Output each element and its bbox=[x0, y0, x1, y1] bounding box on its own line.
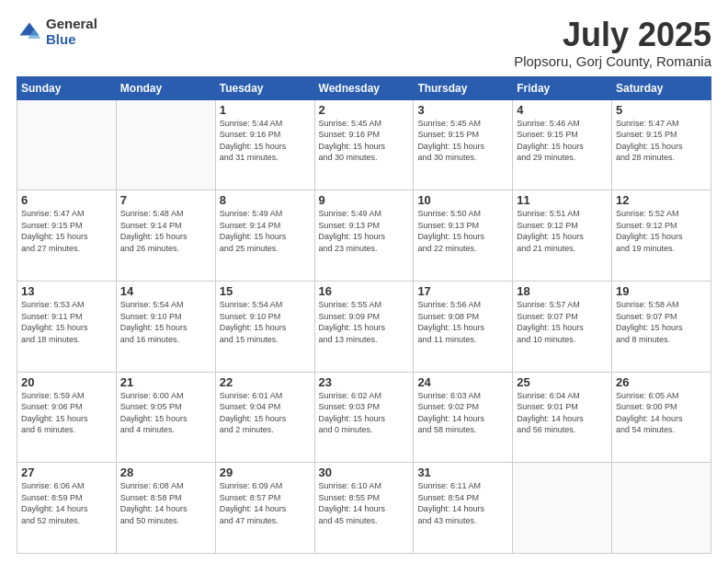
header-row: Sunday Monday Tuesday Wednesday Thursday… bbox=[17, 76, 711, 99]
day-info: Sunrise: 5:54 AM Sunset: 9:10 PM Dayligh… bbox=[220, 299, 311, 345]
day-cell: 21Sunrise: 6:00 AM Sunset: 9:05 PM Dayli… bbox=[116, 372, 215, 463]
day-number: 20 bbox=[21, 375, 112, 389]
day-number: 11 bbox=[517, 193, 608, 207]
title-block: July 2025 Plopsoru, Gorj County, Romania bbox=[514, 17, 711, 69]
day-number: 9 bbox=[319, 193, 410, 207]
day-cell: 3Sunrise: 5:45 AM Sunset: 9:15 PM Daylig… bbox=[414, 99, 513, 190]
day-info: Sunrise: 6:05 AM Sunset: 9:00 PM Dayligh… bbox=[616, 390, 707, 436]
day-cell: 17Sunrise: 5:56 AM Sunset: 9:08 PM Dayli… bbox=[414, 281, 513, 372]
day-cell: 16Sunrise: 5:55 AM Sunset: 9:09 PM Dayli… bbox=[314, 281, 414, 372]
day-info: Sunrise: 5:48 AM Sunset: 9:14 PM Dayligh… bbox=[120, 208, 211, 254]
day-number: 2 bbox=[319, 103, 410, 117]
col-tuesday: Tuesday bbox=[215, 76, 314, 99]
day-cell bbox=[116, 99, 215, 190]
week-row-1: 6Sunrise: 5:47 AM Sunset: 9:15 PM Daylig… bbox=[17, 190, 711, 282]
day-number: 21 bbox=[120, 375, 211, 389]
day-info: Sunrise: 5:59 AM Sunset: 9:06 PM Dayligh… bbox=[21, 390, 112, 436]
day-cell: 5Sunrise: 5:47 AM Sunset: 9:15 PM Daylig… bbox=[612, 99, 711, 190]
day-info: Sunrise: 5:51 AM Sunset: 9:12 PM Dayligh… bbox=[517, 208, 608, 254]
logo-blue-text: Blue bbox=[46, 32, 97, 48]
calendar-body: 1Sunrise: 5:44 AM Sunset: 9:16 PM Daylig… bbox=[17, 99, 711, 553]
day-number: 26 bbox=[616, 375, 707, 389]
logo-icon bbox=[17, 19, 42, 45]
day-cell: 4Sunrise: 5:46 AM Sunset: 9:15 PM Daylig… bbox=[513, 99, 612, 190]
day-number: 24 bbox=[417, 375, 508, 389]
week-row-3: 20Sunrise: 5:59 AM Sunset: 9:06 PM Dayli… bbox=[17, 372, 711, 463]
day-info: Sunrise: 6:00 AM Sunset: 9:05 PM Dayligh… bbox=[120, 390, 211, 436]
day-cell: 19Sunrise: 5:58 AM Sunset: 9:07 PM Dayli… bbox=[612, 281, 711, 372]
day-cell bbox=[513, 463, 612, 554]
day-cell: 26Sunrise: 6:05 AM Sunset: 9:00 PM Dayli… bbox=[612, 372, 711, 463]
day-cell: 29Sunrise: 6:09 AM Sunset: 8:57 PM Dayli… bbox=[215, 463, 314, 554]
day-cell: 10Sunrise: 5:50 AM Sunset: 9:13 PM Dayli… bbox=[414, 190, 513, 282]
day-cell: 30Sunrise: 6:10 AM Sunset: 8:55 PM Dayli… bbox=[314, 463, 414, 554]
day-cell: 13Sunrise: 5:53 AM Sunset: 9:11 PM Dayli… bbox=[17, 281, 117, 372]
day-cell: 31Sunrise: 6:11 AM Sunset: 8:54 PM Dayli… bbox=[414, 463, 513, 554]
page: General Blue July 2025 Plopsoru, Gorj Co… bbox=[0, 0, 728, 563]
day-info: Sunrise: 6:06 AM Sunset: 8:59 PM Dayligh… bbox=[21, 480, 112, 526]
day-cell: 11Sunrise: 5:51 AM Sunset: 9:12 PM Dayli… bbox=[513, 190, 612, 282]
day-info: Sunrise: 5:49 AM Sunset: 9:14 PM Dayligh… bbox=[220, 208, 311, 254]
day-cell: 2Sunrise: 5:45 AM Sunset: 9:16 PM Daylig… bbox=[314, 99, 414, 190]
day-number: 12 bbox=[616, 193, 707, 207]
day-info: Sunrise: 6:09 AM Sunset: 8:57 PM Dayligh… bbox=[220, 480, 311, 526]
day-cell: 22Sunrise: 6:01 AM Sunset: 9:04 PM Dayli… bbox=[215, 372, 314, 463]
day-number: 30 bbox=[319, 465, 410, 479]
day-info: Sunrise: 6:02 AM Sunset: 9:03 PM Dayligh… bbox=[319, 390, 410, 436]
day-number: 16 bbox=[319, 284, 410, 298]
col-wednesday: Wednesday bbox=[314, 76, 414, 99]
col-sunday: Sunday bbox=[17, 76, 117, 99]
week-row-0: 1Sunrise: 5:44 AM Sunset: 9:16 PM Daylig… bbox=[17, 99, 711, 190]
day-info: Sunrise: 5:53 AM Sunset: 9:11 PM Dayligh… bbox=[21, 299, 112, 345]
day-cell: 20Sunrise: 5:59 AM Sunset: 9:06 PM Dayli… bbox=[17, 372, 117, 463]
header: General Blue July 2025 Plopsoru, Gorj Co… bbox=[17, 17, 711, 69]
day-info: Sunrise: 5:55 AM Sunset: 9:09 PM Dayligh… bbox=[319, 299, 410, 345]
calendar-table: Sunday Monday Tuesday Wednesday Thursday… bbox=[17, 76, 711, 554]
day-cell: 27Sunrise: 6:06 AM Sunset: 8:59 PM Dayli… bbox=[17, 463, 117, 554]
day-info: Sunrise: 6:08 AM Sunset: 8:58 PM Dayligh… bbox=[120, 480, 211, 526]
day-number: 22 bbox=[220, 375, 311, 389]
day-cell: 15Sunrise: 5:54 AM Sunset: 9:10 PM Dayli… bbox=[215, 281, 314, 372]
col-friday: Friday bbox=[513, 76, 612, 99]
day-cell: 25Sunrise: 6:04 AM Sunset: 9:01 PM Dayli… bbox=[513, 372, 612, 463]
day-cell: 18Sunrise: 5:57 AM Sunset: 9:07 PM Dayli… bbox=[513, 281, 612, 372]
day-cell: 9Sunrise: 5:49 AM Sunset: 9:13 PM Daylig… bbox=[314, 190, 414, 282]
day-cell: 28Sunrise: 6:08 AM Sunset: 8:58 PM Dayli… bbox=[116, 463, 215, 554]
day-number: 31 bbox=[417, 465, 508, 479]
day-number: 13 bbox=[21, 284, 112, 298]
day-info: Sunrise: 6:01 AM Sunset: 9:04 PM Dayligh… bbox=[220, 390, 311, 436]
logo-general-text: General bbox=[46, 17, 97, 32]
day-number: 10 bbox=[417, 193, 508, 207]
day-number: 5 bbox=[616, 103, 707, 117]
day-number: 14 bbox=[120, 284, 211, 298]
day-info: Sunrise: 6:03 AM Sunset: 9:02 PM Dayligh… bbox=[417, 390, 508, 436]
day-info: Sunrise: 5:45 AM Sunset: 9:16 PM Dayligh… bbox=[319, 118, 410, 164]
day-number: 25 bbox=[517, 375, 608, 389]
day-cell: 14Sunrise: 5:54 AM Sunset: 9:10 PM Dayli… bbox=[116, 281, 215, 372]
day-number: 27 bbox=[21, 465, 112, 479]
day-number: 17 bbox=[417, 284, 508, 298]
day-cell: 1Sunrise: 5:44 AM Sunset: 9:16 PM Daylig… bbox=[215, 99, 314, 190]
day-number: 15 bbox=[220, 284, 311, 298]
day-cell: 6Sunrise: 5:47 AM Sunset: 9:15 PM Daylig… bbox=[17, 190, 117, 282]
day-info: Sunrise: 5:46 AM Sunset: 9:15 PM Dayligh… bbox=[517, 118, 608, 164]
day-info: Sunrise: 5:57 AM Sunset: 9:07 PM Dayligh… bbox=[517, 299, 608, 345]
day-cell: 23Sunrise: 6:02 AM Sunset: 9:03 PM Dayli… bbox=[314, 372, 414, 463]
logo: General Blue bbox=[17, 17, 97, 47]
day-cell bbox=[17, 99, 117, 190]
calendar-header: Sunday Monday Tuesday Wednesday Thursday… bbox=[17, 76, 711, 99]
day-cell: 12Sunrise: 5:52 AM Sunset: 9:12 PM Dayli… bbox=[612, 190, 711, 282]
day-number: 29 bbox=[220, 465, 311, 479]
day-number: 18 bbox=[517, 284, 608, 298]
day-cell: 24Sunrise: 6:03 AM Sunset: 9:02 PM Dayli… bbox=[414, 372, 513, 463]
day-info: Sunrise: 5:56 AM Sunset: 9:08 PM Dayligh… bbox=[417, 299, 508, 345]
day-info: Sunrise: 6:11 AM Sunset: 8:54 PM Dayligh… bbox=[417, 480, 508, 526]
day-info: Sunrise: 5:50 AM Sunset: 9:13 PM Dayligh… bbox=[417, 208, 508, 254]
day-info: Sunrise: 5:54 AM Sunset: 9:10 PM Dayligh… bbox=[120, 299, 211, 345]
main-title: July 2025 bbox=[514, 17, 711, 53]
day-info: Sunrise: 5:47 AM Sunset: 9:15 PM Dayligh… bbox=[616, 118, 707, 164]
day-cell bbox=[612, 463, 711, 554]
day-info: Sunrise: 6:10 AM Sunset: 8:55 PM Dayligh… bbox=[319, 480, 410, 526]
day-number: 7 bbox=[120, 193, 211, 207]
day-info: Sunrise: 5:52 AM Sunset: 9:12 PM Dayligh… bbox=[616, 208, 707, 254]
